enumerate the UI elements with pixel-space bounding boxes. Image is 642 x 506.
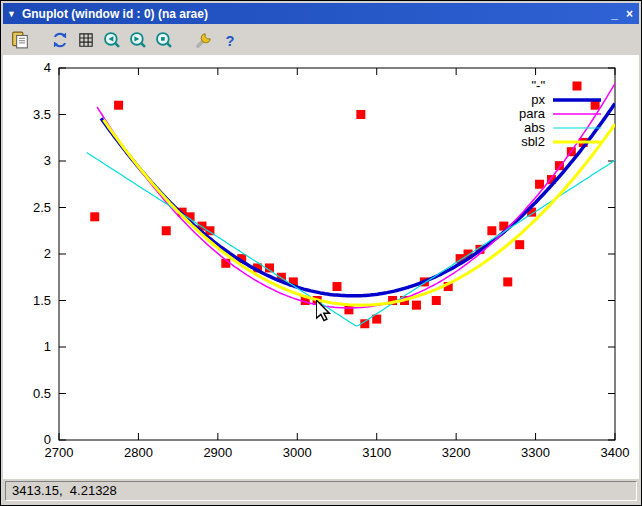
zoom-previous-button[interactable] <box>99 27 125 53</box>
legend-label: "-" <box>531 78 545 93</box>
status-coordinates: 3413.15, 4.21328 <box>5 481 637 501</box>
zoom-next-button[interactable] <box>125 27 151 53</box>
replot-icon <box>51 31 69 49</box>
copy-button[interactable] <box>7 27 33 53</box>
x-tick-label: 3100 <box>362 445 391 460</box>
grid-button[interactable] <box>73 27 99 53</box>
svg-text:?: ? <box>226 32 235 48</box>
x-tick-label: 3400 <box>601 445 630 460</box>
autoscale-button[interactable] <box>151 27 177 53</box>
title-bar[interactable]: ▼ Gnuplot (window id : 0) (na arae) _ × <box>3 3 639 24</box>
close-button[interactable]: × <box>626 7 633 21</box>
x-tick-label: 3000 <box>283 445 312 460</box>
help-icon: ? <box>221 31 239 49</box>
configure-button[interactable] <box>191 27 217 53</box>
legend-label: sbl2 <box>521 134 545 149</box>
status-bar: 3413.15, 4.21328 <box>3 479 639 503</box>
zoom-previous-icon <box>103 31 121 49</box>
x-tick-label: 3300 <box>521 445 550 460</box>
y-tick-label: 3 <box>44 153 51 168</box>
window-title: Gnuplot (window id : 0) (na arae) <box>22 7 611 21</box>
help-button[interactable]: ? <box>217 27 243 53</box>
legend-label: para <box>519 106 546 121</box>
y-tick-label: 0 <box>44 432 51 447</box>
configure-icon <box>195 31 213 49</box>
minimize-button[interactable]: _ <box>611 7 618 21</box>
copy-icon <box>11 31 29 49</box>
y-tick-label: 1 <box>44 339 51 354</box>
plot-container: 2700280029003000310032003300340000.511.5… <box>3 55 639 479</box>
zoom-next-icon <box>129 31 147 49</box>
x-tick-label: 2800 <box>124 445 153 460</box>
x-tick-label: 3200 <box>442 445 471 460</box>
plot-area[interactable]: 2700280029003000310032003300340000.511.5… <box>3 55 639 479</box>
y-tick-label: 2.5 <box>33 200 51 215</box>
legend-label: px <box>531 92 545 107</box>
grid-icon <box>77 31 95 49</box>
gnuplot-window: ▼ Gnuplot (window id : 0) (na arae) _ × … <box>0 0 642 506</box>
curve-abs <box>87 153 615 326</box>
y-tick-label: 0.5 <box>33 386 51 401</box>
x-tick-label: 2900 <box>203 445 232 460</box>
replot-button[interactable] <box>47 27 73 53</box>
y-tick-label: 1.5 <box>33 293 51 308</box>
y-tick-label: 2 <box>44 246 51 261</box>
x-tick-label: 2700 <box>45 445 74 460</box>
legend-marker <box>573 82 582 91</box>
y-tick-label: 4 <box>44 60 51 75</box>
toolbar: ? <box>3 24 639 55</box>
legend-label: abs <box>524 120 545 135</box>
y-tick-label: 3.5 <box>33 107 51 122</box>
window-menu-icon[interactable]: ▼ <box>7 9 16 19</box>
autoscale-icon <box>155 31 173 49</box>
